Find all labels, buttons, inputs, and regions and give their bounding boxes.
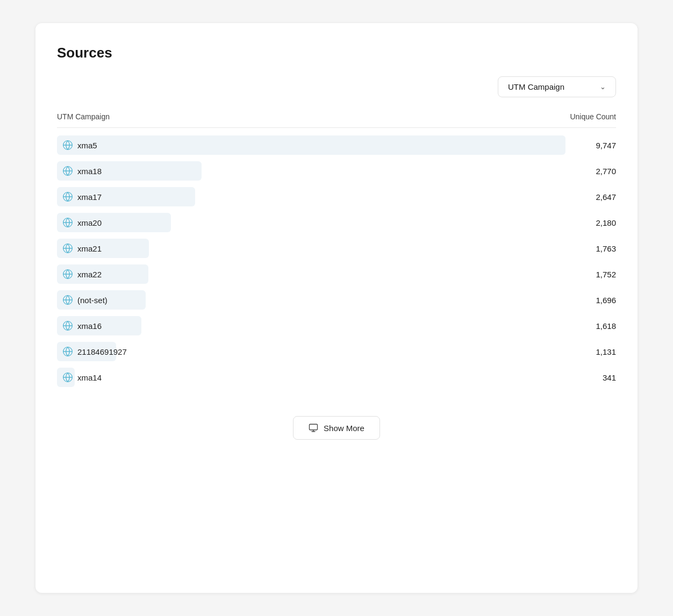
bar-cell: 21184691927: [57, 342, 565, 361]
globe-icon: [62, 269, 73, 280]
item-name: xma22: [77, 270, 102, 279]
table-row[interactable]: (not-set) 1,696: [57, 287, 616, 313]
bar-label: 21184691927: [57, 342, 132, 361]
chevron-down-icon: ⌄: [600, 83, 606, 91]
col1-header: UTM Campaign: [57, 112, 110, 121]
table-row[interactable]: xma20 2,180: [57, 210, 616, 235]
table-row[interactable]: xma14 341: [57, 364, 616, 390]
bar-cell: xma14: [57, 368, 565, 387]
bar-background: [57, 135, 565, 155]
table-row[interactable]: xma16 1,618: [57, 313, 616, 339]
globe-icon: [62, 320, 73, 331]
count-value: 1,752: [578, 270, 616, 279]
bar-cell: xma5: [57, 135, 565, 155]
table-row[interactable]: xma18 2,770: [57, 158, 616, 184]
table-row[interactable]: xma5 9,747: [57, 132, 616, 158]
bar-label: (not-set): [57, 290, 113, 310]
count-value: 1,618: [578, 321, 616, 331]
count-value: 1,131: [578, 347, 616, 356]
item-name: 21184691927: [77, 347, 127, 356]
bar-cell: xma20: [57, 213, 565, 232]
dropdown-label: UTM Campaign: [508, 82, 564, 91]
item-name: xma5: [77, 141, 97, 150]
table-header: UTM Campaign Unique Count: [57, 112, 616, 128]
item-name: xma14: [77, 373, 102, 382]
globe-icon: [62, 243, 73, 254]
show-more-button[interactable]: Show More: [293, 416, 380, 440]
bar-cell: xma22: [57, 264, 565, 284]
globe-icon: [62, 295, 73, 305]
bar-cell: xma17: [57, 187, 565, 206]
page-title: Sources: [57, 45, 616, 61]
globe-icon: [62, 140, 73, 151]
sources-card: Sources UTM Campaign ⌄ UTM Campaign Uniq…: [35, 23, 638, 593]
count-value: 2,770: [578, 167, 616, 176]
table-row[interactable]: xma21 1,763: [57, 235, 616, 261]
bar-cell: (not-set): [57, 290, 565, 310]
bar-label: xma21: [57, 239, 107, 258]
count-value: 341: [578, 373, 616, 382]
item-name: xma21: [77, 244, 102, 253]
globe-icon: [62, 217, 73, 228]
data-rows-container: xma5 9,747 xma18 2,770: [57, 132, 616, 390]
table-row[interactable]: 21184691927 1,131: [57, 339, 616, 364]
globe-icon: [62, 346, 73, 357]
bar-label: xma5: [57, 135, 103, 155]
bar-label: xma22: [57, 264, 107, 284]
bar-cell: xma16: [57, 316, 565, 335]
header-row: UTM Campaign ⌄: [57, 76, 616, 97]
item-name: xma16: [77, 321, 102, 331]
item-name: (not-set): [77, 296, 108, 305]
globe-icon: [62, 372, 73, 383]
show-more-container: Show More: [57, 416, 616, 440]
count-value: 1,763: [578, 244, 616, 253]
bar-cell: xma21: [57, 239, 565, 258]
utm-campaign-dropdown[interactable]: UTM Campaign ⌄: [498, 76, 616, 97]
item-name: xma18: [77, 167, 102, 176]
globe-icon: [62, 191, 73, 202]
count-value: 2,647: [578, 192, 616, 202]
count-value: 2,180: [578, 218, 616, 227]
table-row[interactable]: xma17 2,647: [57, 184, 616, 210]
bar-cell: xma18: [57, 161, 565, 181]
monitor-icon: [309, 423, 318, 433]
bar-label: xma16: [57, 316, 107, 335]
svg-rect-20: [310, 424, 318, 430]
bar-label: xma18: [57, 161, 107, 181]
bar-label: xma17: [57, 187, 107, 206]
count-value: 9,747: [578, 141, 616, 150]
show-more-label: Show More: [324, 424, 364, 433]
globe-icon: [62, 166, 73, 176]
item-name: xma20: [77, 218, 102, 227]
bar-label: xma14: [57, 368, 107, 387]
item-name: xma17: [77, 192, 102, 202]
count-value: 1,696: [578, 296, 616, 305]
bar-label: xma20: [57, 213, 107, 232]
col2-header: Unique Count: [570, 112, 616, 121]
table-row[interactable]: xma22 1,752: [57, 261, 616, 287]
